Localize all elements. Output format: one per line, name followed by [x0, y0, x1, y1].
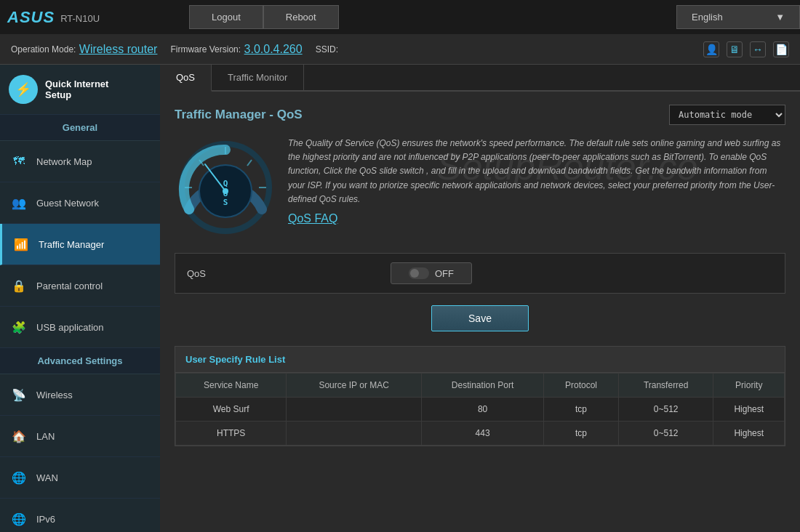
col-transferred: Transferred	[618, 374, 713, 398]
col-dest-port: Destination Port	[421, 374, 543, 398]
quick-setup-label: Quick InternetSetup	[45, 78, 108, 100]
col-source-ip: Source IP or MAC	[287, 374, 422, 398]
sidebar-item-label: Parental control	[36, 281, 103, 291]
svg-text:Q: Q	[223, 179, 228, 188]
sidebar-item-guest-network[interactable]: 👥 Guest Network	[0, 182, 160, 224]
wireless-icon: 📡	[9, 384, 29, 405]
traffic-manager-icon: 📶	[11, 234, 31, 254]
ipv6-icon: 🌐	[9, 509, 29, 529]
col-service-name: Service Name	[176, 374, 287, 398]
sidebar-item-label: Network Map	[36, 156, 92, 167]
ssid-label: SSID:	[316, 44, 338, 55]
parental-control-icon: 🔒	[9, 275, 29, 296]
sidebar-item-parental-control[interactable]: 🔒 Parental control	[0, 265, 160, 307]
sidebar-item-ipv6[interactable]: 🌐 IPv6	[0, 499, 160, 532]
svg-point-11	[223, 188, 228, 194]
table-row: HTTPS443tcp0~512Highest	[176, 422, 785, 446]
reboot-button[interactable]: Reboot	[263, 5, 339, 29]
qos-toggle-row: QoS OFF	[175, 253, 785, 294]
people-icon: 👤	[703, 41, 719, 57]
network-icon: ↔	[750, 41, 766, 57]
sidebar-item-label: WAN	[36, 472, 58, 483]
svg-text:S: S	[223, 198, 228, 207]
lan-icon: 🏠	[9, 426, 29, 446]
sidebar-item-label: Wireless	[36, 390, 73, 400]
logo-area: ASUS RT-N10U	[0, 0, 160, 34]
save-row: Save	[175, 305, 785, 331]
sidebar-item-wan[interactable]: 🌐 WAN	[0, 457, 160, 499]
monitor-icon: 🖥	[727, 41, 743, 57]
guest-network-icon: 👥	[9, 193, 29, 213]
sidebar-item-quick-setup[interactable]: ⚡ Quick InternetSetup	[0, 65, 160, 115]
cell-priority: Highest	[713, 422, 785, 446]
tab-bar: QoS Traffic Monitor	[160, 65, 800, 92]
cell-protocol: tcp	[544, 422, 619, 446]
cell-transferred: 0~512	[618, 398, 713, 422]
cell-protocol: tcp	[544, 398, 619, 422]
cell-source	[287, 398, 422, 422]
brand-logo: ASUS	[7, 8, 55, 27]
save-button[interactable]: Save	[431, 305, 529, 331]
col-protocol: Protocol	[544, 374, 619, 398]
content-area: SetupRouter.co QoS Traffic Monitor Traff…	[160, 65, 800, 532]
cell-service: Web Surf	[176, 398, 287, 422]
sidebar-item-label: Guest Network	[36, 198, 99, 209]
operation-mode-value[interactable]: Wireless router	[79, 43, 158, 56]
panel: Traffic Manager - QoS Automatic modeManu…	[160, 92, 800, 459]
cell-transferred: 0~512	[618, 422, 713, 446]
sidebar-item-label: USB application	[36, 322, 104, 333]
firmware-label: Firmware Version:	[170, 44, 241, 55]
sidebar-item-usb-application[interactable]: 🧩 USB application	[0, 307, 160, 348]
table-row: Web Surf80tcp0~512Highest	[176, 398, 785, 422]
rule-list-container: User Specify Rule List Service Name Sour…	[175, 346, 785, 446]
toggle-state-label: OFF	[435, 268, 454, 279]
firmware-value[interactable]: 3.0.0.4.260	[244, 43, 303, 56]
panel-title: Traffic Manager - QoS	[175, 108, 303, 122]
sidebar-item-label: Traffic Manager	[39, 239, 104, 250]
wan-icon: 🌐	[9, 467, 29, 488]
sidebar-item-label: IPv6	[36, 514, 55, 525]
model-name: RT-N10U	[60, 13, 100, 24]
col-priority: Priority	[713, 374, 785, 398]
sidebar-item-traffic-manager[interactable]: 📶 Traffic Manager	[0, 224, 160, 265]
toggle-knob	[410, 269, 419, 278]
qos-row-label: QoS	[187, 268, 391, 279]
mode-select[interactable]: Automatic modeManual mode	[669, 105, 785, 125]
panel-title-row: Traffic Manager - QoS Automatic modeManu…	[175, 105, 785, 125]
usb-application-icon: 🧩	[9, 317, 29, 337]
language-button[interactable]: English ▼	[676, 5, 800, 29]
doc-icon: 📄	[773, 41, 789, 57]
qos-faq-link[interactable]: QoS FAQ	[288, 212, 785, 225]
cell-source	[287, 422, 422, 446]
cell-service: HTTPS	[176, 422, 287, 446]
sidebar-item-network-map[interactable]: 🗺 Network Map	[0, 141, 160, 182]
rule-table: Service Name Source IP or MAC Destinatio…	[175, 373, 785, 446]
logout-button[interactable]: Logout	[189, 5, 263, 29]
description-section: Q o S The Quality of Service (QoS) ensur…	[175, 137, 785, 238]
qos-gauge: Q o S	[175, 137, 276, 238]
tab-qos[interactable]: QoS	[160, 65, 212, 92]
sidebar-item-wireless[interactable]: 📡 Wireless	[0, 374, 160, 416]
qos-toggle-button[interactable]: OFF	[391, 262, 472, 284]
cell-dest_port: 443	[421, 422, 543, 446]
info-bar: Operation Mode: Wireless router Firmware…	[0, 34, 800, 65]
sidebar-item-label: LAN	[36, 431, 55, 442]
cell-dest_port: 80	[421, 398, 543, 422]
chevron-down-icon: ▼	[775, 12, 785, 23]
operation-mode-label: Operation Mode:	[11, 44, 76, 55]
quick-setup-icon: ⚡	[9, 75, 38, 104]
toggle-indicator	[409, 267, 429, 279]
tab-traffic-monitor[interactable]: Traffic Monitor	[212, 65, 304, 90]
sidebar: ⚡ Quick InternetSetup General 🗺 Network …	[0, 65, 160, 532]
general-section-header: General	[0, 115, 160, 141]
description-text: The Quality of Service (QoS) ensures the…	[288, 137, 785, 206]
sidebar-item-lan[interactable]: 🏠 LAN	[0, 416, 160, 457]
description-text-block: The Quality of Service (QoS) ensures the…	[288, 137, 785, 238]
cell-priority: Highest	[713, 398, 785, 422]
svg-line-4	[247, 160, 252, 166]
advanced-section-header: Advanced Settings	[0, 348, 160, 374]
network-map-icon: 🗺	[9, 151, 29, 172]
rule-list-header: User Specify Rule List	[175, 347, 785, 373]
